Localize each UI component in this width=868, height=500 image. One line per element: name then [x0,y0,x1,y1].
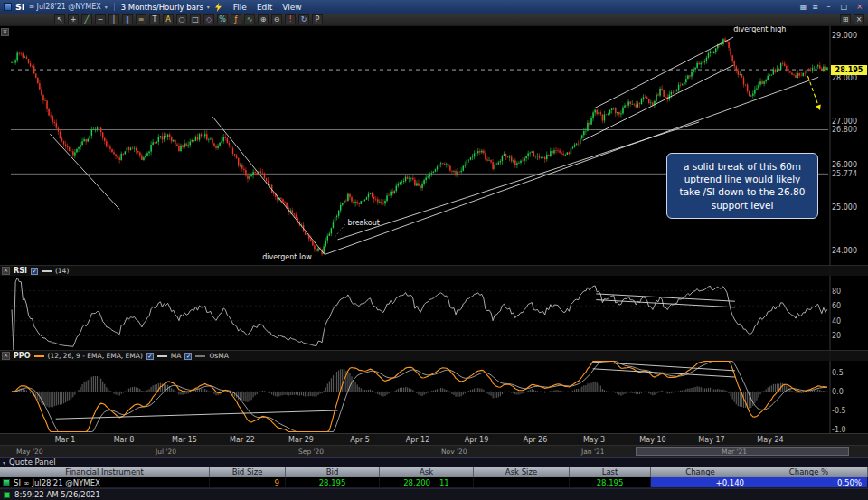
menu-file[interactable]: File [233,3,247,12]
study-tool[interactable]: ƒ [231,14,241,24]
layout-grid-icon[interactable]: ▦ [800,3,807,11]
cursor-tool[interactable]: ↖ [54,14,65,24]
horizontal-line-tool[interactable]: ─ [95,14,106,24]
close-rsi-icon[interactable]: × [2,267,10,275]
col-bid-size[interactable]: Bid Size [210,467,286,477]
col-change[interactable]: Change [651,467,750,477]
maximize-button[interactable]: □ [839,3,849,11]
ppo-pane[interactable]: 0.50.0-0.5-1.0 × PPO (12, 26, 9 - EMA, E… [0,350,868,433]
close-ppo-icon[interactable]: × [2,352,10,360]
toolbar-tool-group: ↖+╱─│∥≡TA○□◇%ƒ∿⊕⊖!↻P [54,14,323,24]
ellipse-tool[interactable]: ○ [176,14,187,24]
settings-icon[interactable]: ≣ [812,3,818,11]
instrument-icon [3,479,10,486]
timeline-month-label: Sep '20 [298,448,324,456]
contract-label: ∞ Jul28'21 @NYMEX [28,3,100,11]
titlebar-icon-group: ▦≣ [800,3,818,11]
wave-tool[interactable]: ∿ [244,14,255,24]
ppo-header: × PPO (12, 26, 9 - EMA, EMA, EMA) ✓ MA ✓… [0,351,868,361]
svg-text:27.000: 27.000 [832,118,857,126]
ppo-signal-line [12,361,827,431]
titlebar-right: ▦≣ – □ × [800,3,864,11]
annotation-callout[interactable]: a solid break of this 60m uptrend line w… [666,153,818,219]
svg-text:60: 60 [832,302,841,310]
close-pane-icon[interactable]: × [854,14,864,24]
ma-checkbox[interactable]: ✓ [146,353,154,360]
app-icon [4,3,12,11]
ma-label: MA [171,352,182,360]
zoom-out-tool[interactable]: ⊖ [271,14,282,24]
quote-panel-header: Financial Instrument Bid Size Bid Ask As… [0,467,868,477]
menu-edit[interactable]: Edit [257,3,272,12]
period-dropdown-icon[interactable]: ▾ [207,4,210,10]
realtime-bolt-icon [215,3,222,12]
callout-tool[interactable]: A [163,14,174,24]
toolbar-right-group: ⊞× [840,14,864,24]
svg-text:26.000: 26.000 [832,161,857,169]
osma-swatch [195,355,205,357]
col-bid[interactable]: Bid [286,467,380,477]
col-change-pct[interactable]: Change % [750,467,868,477]
ask-cell: 28.200 11 [380,477,474,487]
svg-text:29.000: 29.000 [832,32,857,40]
svg-text:40: 40 [832,317,841,325]
text-tool[interactable]: T [149,14,160,24]
rectangle-tool[interactable]: □ [190,14,201,24]
timeline-month-label: May '20 [16,448,43,456]
rsi-line-swatch [42,270,52,272]
svg-text:25.774: 25.774 [832,170,857,178]
rsi-header: × RSI ✓ (14) [0,266,868,276]
vertical-line-tool[interactable]: │ [108,14,119,24]
quote-panel-titlebar[interactable]: ▾ Quote Panel [0,457,868,467]
trading-platform-window: SI ∞ Jul28'21 @NYMEX ▾ 3 Months/Hourly b… [0,0,868,500]
trendline-tool[interactable]: ╱ [81,14,92,24]
instrument-cell[interactable]: SI ∞ Jul28'21 @NYMEX [0,477,210,487]
price-chart-pane[interactable]: 26.80025.774divergent highdivergent lowb… [0,25,868,265]
refresh-tool[interactable]: ↻ [298,14,309,24]
ma-line-swatch [157,355,167,357]
projection-arrow [807,76,820,110]
period-selector[interactable]: 3 Months/Hourly bars [121,3,203,12]
zoom-in-tool[interactable]: ⊕ [258,14,269,24]
svg-text:25.000: 25.000 [832,203,857,212]
timeline-scrollbar[interactable]: May '20Jul '20Sep '20Nov '20Jan '21Mar '… [0,445,868,457]
svg-text:0.5: 0.5 [832,369,844,377]
date-label: Mar 8 [114,436,135,444]
maximize-pane-icon[interactable]: ⊞ [840,14,851,24]
polygon-tool[interactable]: ◇ [203,14,214,24]
date-axis[interactable]: Mar 1Mar 8Mar 15Mar 22Mar 29Apr 5Apr 12A… [0,433,868,445]
change-value: +0.140 [651,477,750,487]
col-last[interactable]: Last [570,467,651,477]
col-financial-instrument[interactable]: Financial Instrument [0,467,210,477]
status-bar: 8:59:22 AM 5/26/2021 [0,488,868,500]
rsi-line [12,278,827,351]
rsi-params: (14) [55,267,69,275]
instrument-label: SI ∞ Jul28'21 @NYMEX [14,478,100,487]
menu-view[interactable]: View [282,3,301,12]
channel-tool[interactable]: ∥ [122,14,133,24]
close-price-pane-icon[interactable]: × [1,28,9,36]
percent-tool[interactable]: % [217,14,228,24]
col-ask[interactable]: Ask [380,467,474,477]
timeline-month-label: Nov '20 [441,448,467,456]
fibonacci-tool[interactable]: ≡ [136,14,146,24]
osma-label: OsMA [209,352,228,360]
ask-size-value: 11 [439,478,449,487]
print-tool[interactable]: P [312,14,323,24]
col-ask-size[interactable]: Ask Size [474,467,570,477]
ppo-label: PPO [14,352,31,360]
collapse-icon[interactable]: ▾ [3,459,5,466]
minimize-button[interactable]: – [824,3,834,11]
quote-row[interactable]: SI ∞ Jul28'21 @NYMEX 9 28.195 28.200 11 … [0,477,868,488]
titlebar: SI ∞ Jul28'21 @NYMEX ▾ 3 Months/Hourly b… [0,0,868,14]
date-label: Apr 5 [350,436,369,444]
osma-checkbox[interactable]: ✓ [184,353,192,360]
bid-value: 28.195 [286,477,380,487]
alert-tool[interactable]: ! [285,14,296,24]
symbol-dropdown-icon[interactable]: ▾ [105,4,108,10]
rsi-checkbox[interactable]: ✓ [31,268,38,275]
quote-panel-title: Quote Panel [9,458,55,467]
crosshair-tool[interactable]: + [68,14,79,24]
rsi-pane[interactable]: 80604020 × RSI ✓ (14) [0,265,868,350]
close-button[interactable]: × [854,3,864,11]
